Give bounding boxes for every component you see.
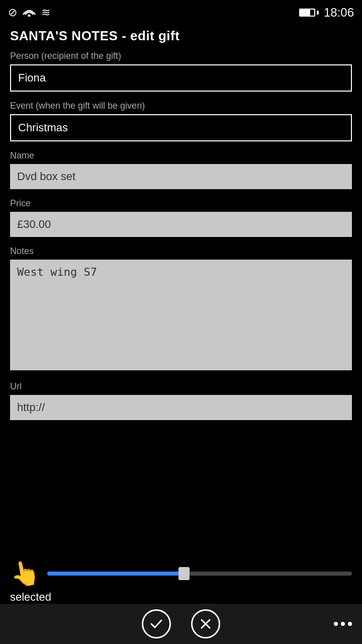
person-label: Person (recipient of the gift)	[10, 51, 352, 61]
name-value[interactable]: Dvd box set	[10, 164, 352, 189]
dot-1	[334, 622, 338, 626]
status-icons: ⊘ ≋	[8, 6, 50, 20]
slider-container[interactable]	[47, 569, 352, 579]
notes-label: Notes	[10, 246, 352, 257]
slider-thumb[interactable]	[178, 567, 190, 580]
svg-point-0	[28, 15, 31, 17]
more-button[interactable]	[334, 622, 352, 626]
slider-row: 👆	[10, 559, 352, 588]
dot-3	[348, 622, 352, 626]
cancel-button[interactable]	[191, 609, 220, 638]
signal-icon-2	[22, 6, 36, 20]
signal-icon-3: ≋	[41, 6, 50, 19]
event-input[interactable]	[10, 114, 352, 141]
url-field-group: Url http://	[10, 381, 352, 420]
signal-icon-1: ⊘	[8, 6, 17, 19]
notes-textarea[interactable]: West wing S7	[10, 260, 352, 370]
battery-icon	[299, 9, 319, 17]
status-bar: ⊘ ≋ 18:06	[0, 0, 362, 25]
confirm-button[interactable]	[142, 609, 171, 638]
page-title: SANTA'S NOTES - edit gift	[10, 28, 352, 44]
event-label: Event (when the gift will be given)	[10, 101, 352, 111]
bottom-toolbar	[0, 604, 362, 644]
price-field-group: Price £30.00	[10, 198, 352, 237]
slider-fill	[47, 572, 185, 576]
main-content: Person (recipient of the gift) Event (wh…	[0, 51, 362, 429]
slider-track	[47, 572, 352, 576]
hand-pointer-icon: 👆	[8, 557, 43, 590]
person-input[interactable]	[10, 64, 352, 92]
name-label: Name	[10, 150, 352, 161]
name-field-group: Name Dvd box set	[10, 150, 352, 189]
price-value[interactable]: £30.00	[10, 212, 352, 237]
clock: 18:06	[324, 6, 354, 20]
person-field-group: Person (recipient of the gift)	[10, 51, 352, 92]
event-field-group: Event (when the gift will be given)	[10, 101, 352, 141]
selected-label: selected	[10, 591, 352, 604]
page-header: SANTA'S NOTES - edit gift	[0, 25, 362, 51]
status-right: 18:06	[299, 6, 354, 20]
url-label: Url	[10, 381, 352, 392]
url-value[interactable]: http://	[10, 395, 352, 420]
dot-2	[341, 622, 345, 626]
slider-area: 👆 selected	[0, 559, 362, 604]
notes-field-group: Notes West wing S7	[10, 246, 352, 372]
price-label: Price	[10, 198, 352, 209]
